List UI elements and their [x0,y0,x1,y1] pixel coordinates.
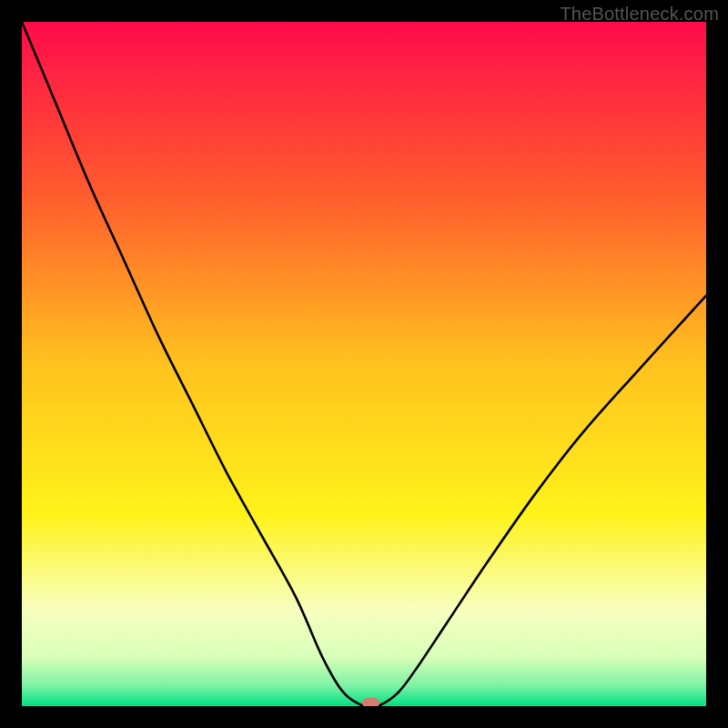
chart-frame: TheBottleneck.com [0,0,728,728]
watermark-text: TheBottleneck.com [560,4,719,25]
chart-svg [22,22,706,706]
plot-area [22,22,706,706]
gradient-background [22,22,706,706]
